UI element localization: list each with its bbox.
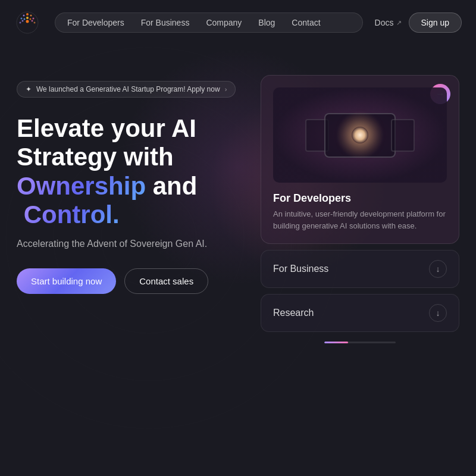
svg-point-16 xyxy=(32,20,33,22)
nav-right: Docs ↗ Sign up xyxy=(375,12,462,33)
signup-button[interactable]: Sign up xyxy=(409,12,462,33)
left-panel: ✦ We launched a Generative AI Startup Pr… xyxy=(17,69,243,343)
logo[interactable] xyxy=(14,10,40,36)
card-developers-desc: An intuitive, user-friendly development … xyxy=(273,208,447,231)
nav-link-blog[interactable]: Blog xyxy=(258,18,275,27)
nav-link-contact[interactable]: Contact xyxy=(292,18,320,27)
cta-buttons: Start building now Contact sales xyxy=(17,268,243,294)
svg-point-14 xyxy=(24,18,26,20)
card-business-title: For Business xyxy=(273,264,328,274)
device-main xyxy=(324,113,396,158)
right-panel: → For Developers An intuitive, user-frie… xyxy=(261,69,459,343)
contact-sales-button[interactable]: Contact sales xyxy=(124,268,208,294)
external-link-icon: ↗ xyxy=(396,19,402,27)
svg-point-9 xyxy=(21,18,23,20)
announcement-icon: ✦ xyxy=(26,85,32,93)
nav-links-container: For Developers For Business Company Blog… xyxy=(55,12,363,33)
svg-point-5 xyxy=(26,13,29,15)
nav-link-business[interactable]: For Business xyxy=(141,18,190,27)
card-research-expand-icon: ↓ xyxy=(429,304,447,322)
svg-point-8 xyxy=(33,18,35,20)
device-right xyxy=(391,119,415,152)
subtitle: Accelerating the Advent of Sovereign Gen… xyxy=(17,239,243,249)
main-content: ✦ We launched a Generative AI Startup Pr… xyxy=(0,45,476,343)
announcement-banner[interactable]: ✦ We launched a Generative AI Startup Pr… xyxy=(17,81,236,98)
svg-point-17 xyxy=(22,20,24,22)
nav-link-company[interactable]: Company xyxy=(206,18,242,27)
card-research-title: Research xyxy=(273,308,314,318)
navbar: For Developers For Business Company Blog… xyxy=(0,0,476,45)
svg-point-6 xyxy=(30,15,32,17)
svg-point-10 xyxy=(34,22,36,24)
device-illustration xyxy=(305,113,415,158)
card-developers-title: For Developers xyxy=(273,192,447,205)
progress-bar xyxy=(324,342,396,343)
svg-point-15 xyxy=(26,20,29,23)
svg-point-11 xyxy=(20,22,21,24)
card-business-collapsed[interactable]: For Business ↓ xyxy=(261,250,459,288)
svg-point-12 xyxy=(26,17,29,19)
card-research-collapsed[interactable]: Research ↓ xyxy=(261,294,459,332)
card-image xyxy=(273,87,447,183)
card-developers-expanded: → For Developers An intuitive, user-frie… xyxy=(261,75,459,244)
device-glow xyxy=(352,127,368,143)
svg-point-7 xyxy=(23,15,25,17)
progress-fill xyxy=(324,342,348,343)
announcement-arrow: › xyxy=(225,86,227,93)
headline-control: Control. xyxy=(24,201,120,228)
card-business-expand-icon: ↓ xyxy=(429,260,447,278)
start-building-button[interactable]: Start building now xyxy=(17,268,116,294)
headline: Elevate your AI Strategy with Ownership … xyxy=(17,114,243,229)
svg-point-13 xyxy=(30,18,32,20)
headline-ownership: Ownership xyxy=(17,172,146,200)
announcement-text: We launched a Generative AI Startup Prog… xyxy=(36,85,220,93)
card-info: For Developers An intuitive, user-friend… xyxy=(273,192,447,231)
docs-link[interactable]: Docs ↗ xyxy=(375,18,402,27)
nav-link-developers[interactable]: For Developers xyxy=(67,18,124,27)
